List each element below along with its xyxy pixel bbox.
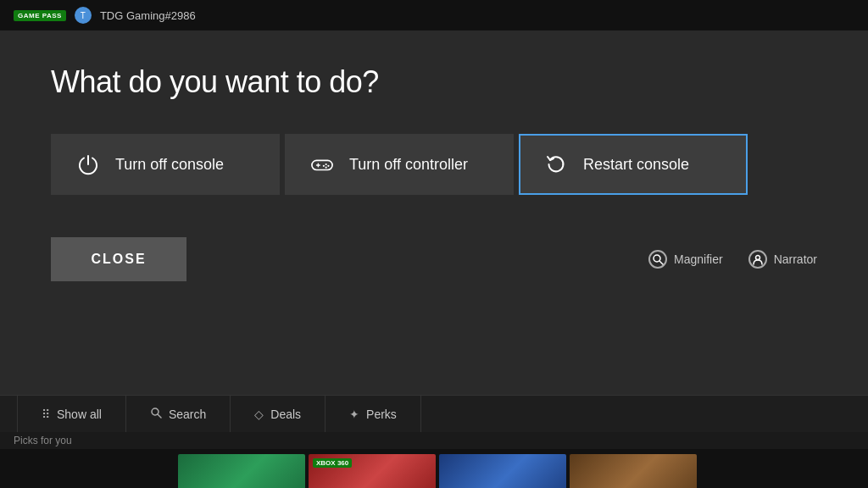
svg-rect-0	[312, 160, 332, 169]
turn-off-console-label: Turn off console	[115, 156, 224, 174]
perks-label: Perks	[366, 408, 397, 421]
search-icon	[150, 407, 162, 421]
turn-off-controller-label: Turn off controller	[349, 156, 468, 174]
top-bar: GAME PASS T TDG Gaming#2986	[0, 0, 868, 30]
deals-icon: ◇	[254, 408, 264, 421]
nav-search[interactable]: Search	[126, 396, 231, 432]
svg-line-11	[158, 414, 161, 418]
thumbnail-strip: XBOX 360	[0, 449, 868, 488]
show-all-icon: ⠿	[42, 408, 50, 421]
thumbnail-1[interactable]	[178, 454, 305, 488]
bottom-nav: ⠿ Show all Search ◇ Deals ✦ Perks	[0, 395, 868, 432]
perks-icon: ✦	[349, 408, 359, 421]
magnifier-label: Magnifier	[674, 252, 723, 266]
options-row: Turn off console Turn off controller	[51, 134, 817, 195]
svg-point-4	[327, 165, 329, 167]
deals-label: Deals	[270, 408, 301, 421]
picks-label: Picks for you	[14, 435, 72, 446]
thumbnail-4[interactable]	[570, 454, 697, 488]
nav-show-all[interactable]: ⠿ Show all	[17, 396, 126, 432]
power-icon	[76, 152, 100, 176]
magnifier-icon	[648, 250, 667, 269]
picks-row: Picks for you	[0, 432, 868, 449]
bottom-section: Picks for you XBOX 360	[0, 432, 868, 488]
action-row: CLOSE Magnifier Narrator	[51, 237, 817, 281]
nav-perks[interactable]: ✦ Perks	[326, 396, 421, 432]
turn-off-controller-button[interactable]: Turn off controller	[285, 134, 514, 195]
gamepass-badge: GAME PASS	[14, 10, 66, 21]
restart-console-label: Restart console	[583, 156, 689, 174]
avatar: T	[75, 7, 92, 24]
nav-deals[interactable]: ◇ Deals	[231, 396, 326, 432]
narrator-button[interactable]: Narrator	[748, 250, 817, 269]
dialog-title: What do you want to do?	[51, 64, 817, 100]
accessibility-tools: Magnifier Narrator	[648, 250, 817, 269]
svg-point-9	[755, 256, 760, 260]
restart-console-button[interactable]: Restart console	[519, 134, 748, 195]
close-button[interactable]: CLOSE	[51, 237, 186, 281]
dialog-area: What do you want to do? Turn off console	[0, 30, 868, 395]
search-label: Search	[169, 408, 206, 421]
thumbnail-2[interactable]: XBOX 360	[309, 454, 436, 488]
controller-icon	[310, 152, 334, 176]
magnifier-button[interactable]: Magnifier	[648, 250, 723, 269]
show-all-label: Show all	[57, 408, 102, 421]
restart-icon	[544, 152, 568, 176]
svg-point-3	[326, 164, 327, 165]
svg-point-6	[323, 165, 325, 167]
narrator-label: Narrator	[774, 252, 817, 266]
username-label: TDG Gaming#2986	[100, 9, 196, 22]
svg-line-8	[660, 262, 664, 265]
narrator-icon	[748, 250, 767, 269]
svg-point-7	[654, 255, 660, 262]
turn-off-console-button[interactable]: Turn off console	[51, 134, 280, 195]
avatar-initial: T	[81, 11, 86, 20]
thumbnail-3[interactable]	[439, 454, 566, 488]
svg-point-5	[326, 167, 327, 169]
